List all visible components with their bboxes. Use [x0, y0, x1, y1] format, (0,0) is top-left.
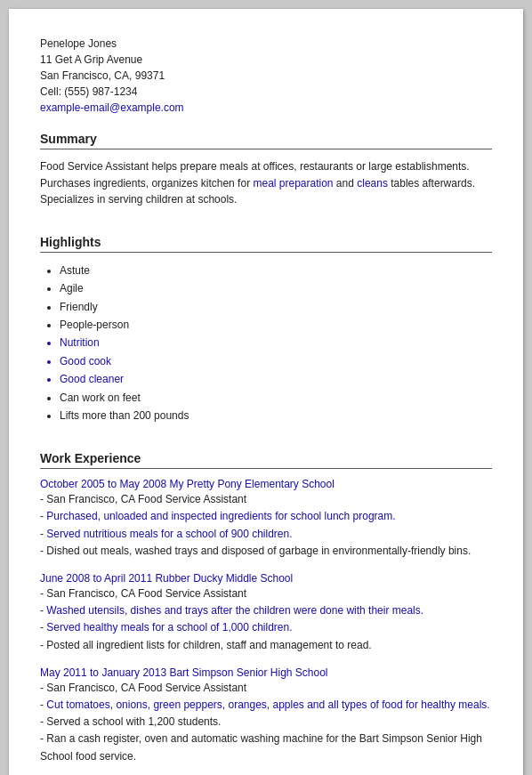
list-item: Can work on feet [60, 389, 492, 407]
contact-name: Penelope Jones [40, 36, 492, 52]
list-item: Astute [60, 262, 492, 279]
contact-address2: San Francisco, CA, 99371 [40, 68, 492, 84]
contact-cell: Cell: (555) 987-1234 [40, 84, 492, 100]
summary-title: Summary [40, 132, 492, 149]
work-experience-title: Work Experience [40, 451, 492, 469]
list-item: Lifts more than 200 pounds [60, 407, 492, 424]
summary-section: Summary Food Service Assistant helps pre… [40, 132, 492, 208]
contact-email: example-email@example.com [40, 100, 492, 116]
highlights-list: Astute Agile Friendly People-person Nutr… [40, 262, 492, 425]
work-exp-period-school: May 2011 to January 2013 Bart Simpson Se… [40, 666, 492, 679]
work-exp-details: - San Francisco, CA Food Service Assista… [40, 491, 492, 560]
resume-page: Penelope Jones 11 Get A Grip Avenue San … [9, 9, 523, 775]
work-experience-section: Work Experience October 2005 to May 2008… [40, 451, 492, 764]
work-exp-period-school: June 2008 to April 2011 Rubber Ducky Mid… [40, 572, 492, 585]
list-item: Good cleaner [60, 370, 492, 388]
list-item: Nutrition [60, 334, 492, 351]
work-exp-details: - San Francisco, CA Food Service Assista… [40, 680, 492, 765]
work-exp-period-school: October 2005 to May 2008 My Pretty Pony … [40, 478, 492, 490]
list-item: Friendly [60, 298, 492, 316]
contact-block: Penelope Jones 11 Get A Grip Avenue San … [40, 36, 492, 116]
highlights-section: Highlights Astute Agile Friendly People-… [40, 235, 492, 425]
work-experience-entry: October 2005 to May 2008 My Pretty Pony … [40, 478, 492, 560]
list-item: Good cook [60, 352, 492, 370]
contact-address1: 11 Get A Grip Avenue [40, 52, 492, 68]
work-experience-entry: June 2008 to April 2011 Rubber Ducky Mid… [40, 572, 492, 654]
summary-text: Food Service Assistant helps prepare mea… [40, 158, 492, 208]
work-experience-entry: May 2011 to January 2013 Bart Simpson Se… [40, 666, 492, 765]
list-item: Agile [60, 279, 492, 297]
work-exp-details: - San Francisco, CA Food Service Assista… [40, 585, 492, 654]
highlights-title: Highlights [40, 235, 492, 253]
list-item: People-person [60, 316, 492, 334]
